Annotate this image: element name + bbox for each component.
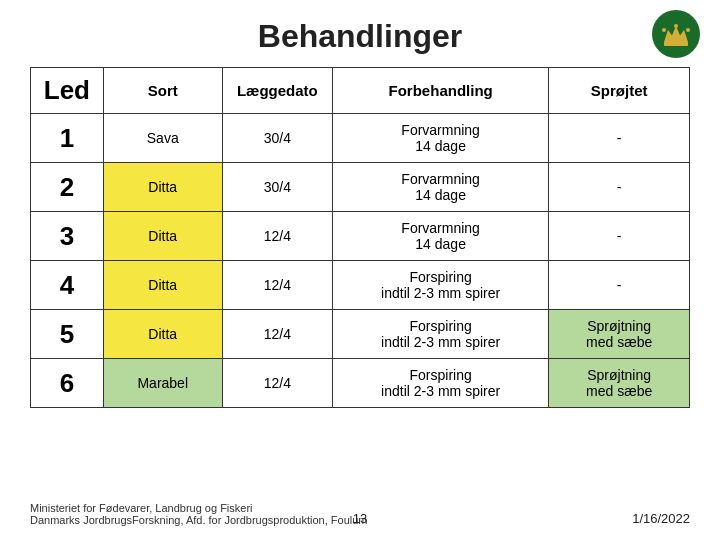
cell-laeggedato: 12/4 [222, 212, 332, 261]
table-row: 6Marabel12/4Forspiringindtil 2-3 mm spir… [31, 359, 690, 408]
svg-rect-1 [664, 42, 688, 46]
footer-page: 13 [353, 511, 367, 526]
data-table: Led Sort Læggedato Forbehandling Sprøjte… [30, 67, 690, 408]
cell-led: 1 [31, 114, 104, 163]
cell-led: 2 [31, 163, 104, 212]
cell-forbehandling: Forspiringindtil 2-3 mm spirer [332, 359, 548, 408]
cell-sproejtet: - [549, 261, 690, 310]
header-sort: Sort [103, 68, 222, 114]
cell-laeggedato: 12/4 [222, 359, 332, 408]
svg-point-4 [686, 28, 690, 32]
svg-point-3 [674, 24, 678, 28]
table-row: 5Ditta12/4Forspiringindtil 2-3 mm spirer… [31, 310, 690, 359]
header-led: Led [31, 68, 104, 114]
cell-sort: Sava [103, 114, 222, 163]
table-row: 3Ditta12/4Forvarmning14 dage- [31, 212, 690, 261]
logo [652, 10, 700, 58]
cell-sproejtet: Sprøjtningmed sæbe [549, 359, 690, 408]
cell-laeggedato: 30/4 [222, 114, 332, 163]
cell-sproejtet: - [549, 114, 690, 163]
footer-line2: Danmarks JordbrugsForskning, Afd. for Jo… [30, 514, 368, 526]
cell-sort: Marabel [103, 359, 222, 408]
header-sproejtet: Sprøjtet [549, 68, 690, 114]
cell-forbehandling: Forspiringindtil 2-3 mm spirer [332, 310, 548, 359]
cell-sort: Ditta [103, 212, 222, 261]
table-row: 4Ditta12/4Forspiringindtil 2-3 mm spirer… [31, 261, 690, 310]
header-laeggedato: Læggedato [222, 68, 332, 114]
cell-laeggedato: 12/4 [222, 261, 332, 310]
cell-led: 4 [31, 261, 104, 310]
cell-forbehandling: Forvarmning14 dage [332, 163, 548, 212]
cell-forbehandling: Forvarmning14 dage [332, 114, 548, 163]
cell-forbehandling: Forvarmning14 dage [332, 212, 548, 261]
table-wrapper: Led Sort Læggedato Forbehandling Sprøjte… [0, 67, 720, 408]
footer-date: 1/16/2022 [632, 511, 690, 526]
footer: Ministeriet for Fødevarer, Landbrug og F… [30, 502, 368, 526]
cell-forbehandling: Forspiringindtil 2-3 mm spirer [332, 261, 548, 310]
cell-laeggedato: 30/4 [222, 163, 332, 212]
page-title: Behandlinger [0, 0, 720, 67]
header-forbehandling: Forbehandling [332, 68, 548, 114]
cell-sproejtet: - [549, 212, 690, 261]
svg-point-2 [662, 28, 666, 32]
table-row: 2Ditta30/4Forvarmning14 dage- [31, 163, 690, 212]
cell-led: 3 [31, 212, 104, 261]
cell-led: 6 [31, 359, 104, 408]
table-row: 1Sava30/4Forvarmning14 dage- [31, 114, 690, 163]
cell-laeggedato: 12/4 [222, 310, 332, 359]
cell-sort: Ditta [103, 310, 222, 359]
cell-sort: Ditta [103, 163, 222, 212]
table-header-row: Led Sort Læggedato Forbehandling Sprøjte… [31, 68, 690, 114]
cell-sort: Ditta [103, 261, 222, 310]
svg-marker-0 [664, 26, 688, 42]
cell-sproejtet: - [549, 163, 690, 212]
cell-sproejtet: Sprøjtningmed sæbe [549, 310, 690, 359]
footer-line1: Ministeriet for Fødevarer, Landbrug og F… [30, 502, 368, 514]
cell-led: 5 [31, 310, 104, 359]
